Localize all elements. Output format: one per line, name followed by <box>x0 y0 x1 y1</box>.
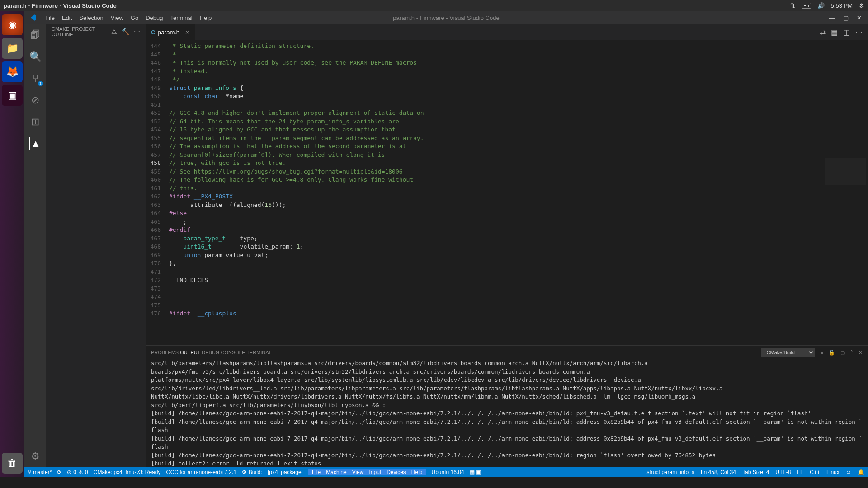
build-target[interactable]: [px4_package] <box>268 469 303 475</box>
vm-menu-view[interactable]: View <box>352 469 364 475</box>
title-bar-text: param.h - Firmware - Visual Studio Code <box>393 14 499 21</box>
tab-bar: C param.h ✕ ⇄ ▤ ◫ ⋯ <box>146 24 868 40</box>
system-tray: ⇅ En 🔊 5:53 PM ⚙ <box>790 2 864 9</box>
panel-tab-problems[interactable]: PROBLEMS <box>151 350 179 355</box>
cmake-status[interactable]: CMake: px4_fmu-v3: Ready <box>94 469 161 475</box>
more-actions-icon[interactable]: ⋯ <box>855 28 863 37</box>
compiler-status[interactable]: GCC for arm-none-eabi 7.2.1 <box>166 469 236 475</box>
ubuntu-launcher: ◉ 📁 🦊 ▣ ⧉ 🗑 <box>0 11 24 477</box>
terminal-icon[interactable]: ▣ <box>2 85 23 106</box>
menu-edit[interactable]: Edit <box>58 14 75 21</box>
build-icon[interactable]: 🔨 <box>122 28 129 35</box>
extensions-icon[interactable]: ⊞ <box>29 116 42 128</box>
encoding[interactable]: UTF-8 <box>775 469 791 475</box>
dash-icon[interactable]: ◉ <box>2 14 23 35</box>
more-icon[interactable]: ⋯ <box>134 28 140 35</box>
vm-menu-input[interactable]: Input <box>369 469 381 475</box>
minimize-icon[interactable]: — <box>829 14 835 21</box>
panel-tab-output[interactable]: OUTPUT <box>180 350 200 357</box>
gear-icon[interactable]: ⚙ <box>859 2 864 9</box>
sidebar-header: CMAKE: PROJECT OUTLINE ⚠ 🔨 ⋯ <box>46 24 146 39</box>
language-mode[interactable]: C++ <box>810 469 820 475</box>
maximize-icon[interactable]: ▢ <box>843 14 849 21</box>
menu-file[interactable]: File <box>42 14 58 21</box>
vm-menu-help[interactable]: Help <box>411 469 423 475</box>
menu-debug[interactable]: Debug <box>142 14 166 21</box>
vm-status-icon[interactable]: ▦ ▣ <box>470 469 481 475</box>
vm-menu-bar: FileMachineViewInputDevicesHelp <box>308 469 426 475</box>
git-branch[interactable]: ⑂ master* <box>28 469 52 475</box>
editor-area: C param.h ✕ ⇄ ▤ ◫ ⋯ 44444544644744844945… <box>146 24 868 467</box>
code-content[interactable]: * Static parameter definition structure.… <box>169 40 823 345</box>
feedback-icon[interactable]: ☺ <box>846 469 851 475</box>
menu-bar: FileEditSelectionViewGoDebugTerminalHelp… <box>24 11 868 24</box>
notifications-icon[interactable]: 🔔 <box>858 469 864 475</box>
source-control-icon[interactable]: ⑂ <box>29 72 42 85</box>
compare-icon[interactable]: ⇄ <box>820 28 826 37</box>
editor-tab[interactable]: C param.h ✕ <box>146 24 195 40</box>
panel-tab-terminal[interactable]: TERMINAL <box>246 350 272 355</box>
open-preview-icon[interactable]: ▤ <box>831 28 838 37</box>
menu-go[interactable]: Go <box>127 14 142 21</box>
line-gutter: 4444454464474484494504514524534544554564… <box>146 40 169 345</box>
search-icon[interactable]: 🔍 <box>29 51 42 63</box>
tab-label: param.h <box>158 29 179 36</box>
menu-view[interactable]: View <box>107 14 127 21</box>
window-title: param.h - Firmware - Visual Studio Code <box>4 2 117 9</box>
panel-tab-bar: PROBLEMS OUTPUT DEBUG CONSOLE TERMINAL C… <box>146 346 868 359</box>
menu-help[interactable]: Help <box>196 14 216 21</box>
minimap[interactable] <box>823 40 868 345</box>
menu-terminal[interactable]: Terminal <box>166 14 196 21</box>
cursor-position[interactable]: Ln 458, Col 34 <box>701 469 736 475</box>
problems-status[interactable]: ⊘ 0 ⚠ 0 <box>67 469 88 475</box>
clear-icon[interactable]: ≡ <box>821 350 823 355</box>
vm-menu-machine[interactable]: Machine <box>326 469 346 475</box>
output-body[interactable]: src/lib/parameters/flashparams/libflashp… <box>146 359 868 467</box>
lock-scroll-icon[interactable]: 🔓 <box>829 350 835 356</box>
vm-label: Ubuntu 16.04 <box>432 469 464 475</box>
context-indicator[interactable]: struct param_info_s <box>647 469 694 475</box>
panel-up-icon[interactable]: ˄ <box>850 350 853 356</box>
vscode-logo-icon <box>29 14 37 22</box>
open-log-icon[interactable]: ▢ <box>840 350 845 356</box>
files-icon[interactable]: 📁 <box>2 38 23 59</box>
firefox-icon[interactable]: 🦊 <box>2 61 23 82</box>
close-icon[interactable]: ✕ <box>857 14 862 21</box>
panel-tab-debug-console[interactable]: DEBUG CONSOLE <box>202 350 245 355</box>
status-bar: ⑂ master* ⟳ ⊘ 0 ⚠ 0 CMake: px4_fmu-v3: R… <box>24 467 868 477</box>
bottom-panel: PROBLEMS OUTPUT DEBUG CONSOLE TERMINAL C… <box>146 345 868 467</box>
sync-status-icon[interactable]: ⟳ <box>57 469 61 475</box>
keyboard-lang[interactable]: En <box>802 3 811 9</box>
side-bar: CMAKE: PROJECT OUTLINE ⚠ 🔨 ⋯ <box>46 24 146 467</box>
split-icon[interactable]: ◫ <box>843 28 850 37</box>
trash-icon[interactable]: 🗑 <box>2 453 23 474</box>
tab-size[interactable]: Tab Size: 4 <box>742 469 769 475</box>
code-editor[interactable]: 4444454464474484494504514524534544554564… <box>146 40 823 345</box>
cmake-icon[interactable]: ▲ <box>29 137 42 150</box>
vscode-window: FileEditSelectionViewGoDebugTerminalHelp… <box>24 11 868 477</box>
sidebar-title: CMAKE: PROJECT OUTLINE <box>52 26 111 37</box>
explorer-icon[interactable]: 🗐 <box>29 29 42 42</box>
output-channel-select[interactable]: CMake/Build <box>761 348 815 357</box>
build-button[interactable]: ⚙ Build: <box>242 469 262 475</box>
panel-close-icon[interactable]: ✕ <box>859 350 863 356</box>
debug-icon[interactable]: ⊘ <box>29 94 42 107</box>
warning-icon[interactable]: ⚠ <box>111 28 117 35</box>
os-indicator[interactable]: Linux <box>826 469 840 475</box>
volume-icon[interactable]: 🔊 <box>817 2 825 9</box>
sync-icon[interactable]: ⇅ <box>790 2 795 9</box>
ubuntu-top-bar: param.h - Firmware - Visual Studio Code … <box>0 0 868 11</box>
menu-selection[interactable]: Selection <box>75 14 107 21</box>
c-file-icon: C <box>151 29 155 36</box>
activity-bar: 🗐 🔍 ⑂ ⊘ ⊞ ▲ ⚙ <box>24 24 46 467</box>
eol[interactable]: LF <box>797 469 803 475</box>
vm-menu-file[interactable]: File <box>312 469 321 475</box>
tab-close-icon[interactable]: ✕ <box>185 29 190 36</box>
vm-menu-devices[interactable]: Devices <box>387 469 406 475</box>
settings-gear-icon[interactable]: ⚙ <box>29 450 42 463</box>
clock[interactable]: 5:53 PM <box>831 2 853 9</box>
